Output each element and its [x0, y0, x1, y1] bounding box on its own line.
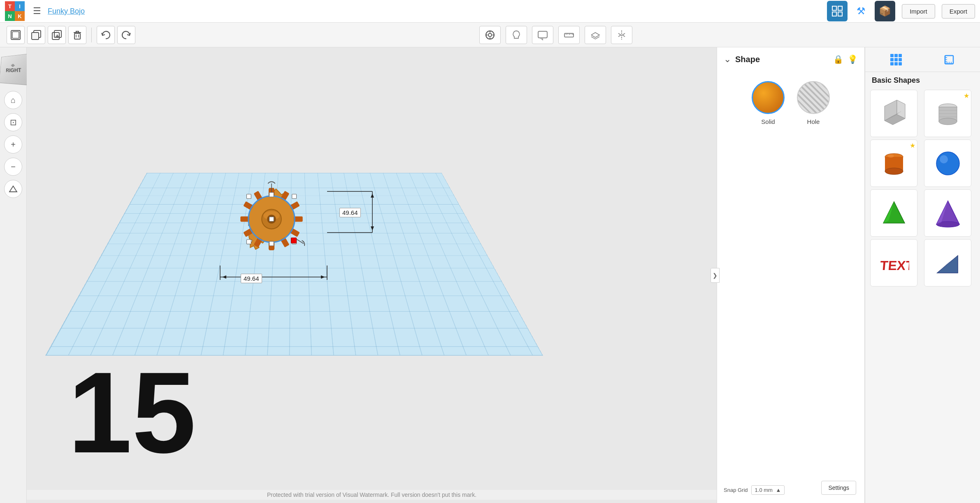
main-area: ⊞ RIGHT ⌂ ⊡ + −: [0, 47, 980, 503]
watermark-number: 15: [68, 355, 196, 470]
top-right-icons: ⚒ 📦: [827, 1, 895, 21]
shape-sphere[interactable]: [924, 140, 971, 187]
shape-cylinder-starred[interactable]: ★: [924, 90, 971, 137]
shapes-grid-view-btn[interactable]: [885, 49, 907, 70]
shape-box[interactable]: [870, 90, 917, 137]
project-title[interactable]: Funky Bojo: [48, 7, 85, 16]
left-navigation: ⊞ RIGHT ⌂ ⊡ + −: [0, 47, 27, 503]
shapes-top-icons: [865, 47, 980, 72]
svg-rect-7: [32, 33, 39, 40]
lightbulb-btn[interactable]: [506, 26, 527, 44]
svg-point-89: [939, 118, 957, 125]
svg-point-99: [940, 155, 948, 163]
svg-text:TEXT: TEXT: [880, 258, 909, 273]
fit-all-btn[interactable]: ⊡: [4, 113, 22, 131]
home-view-btn[interactable]: ⌂: [4, 91, 22, 109]
snap-grid-value-text: 1.0 mm: [755, 487, 773, 493]
view-cube[interactable]: ⊞ RIGHT: [0, 54, 31, 86]
svg-rect-56: [269, 192, 274, 197]
toolbar: [0, 23, 980, 47]
app-logo: T I N K: [5, 1, 25, 21]
hammer-btn[interactable]: ⚒: [851, 1, 871, 21]
svg-rect-3: [838, 12, 842, 16]
shapes-sidebar: Basic Shapes ★: [865, 47, 980, 503]
zoom-in-btn[interactable]: +: [4, 135, 22, 154]
shape-panel-title: Shape: [735, 55, 829, 64]
snap-grid-label: Snap Grid: [724, 487, 748, 493]
snap-up-icon[interactable]: ▲: [776, 487, 781, 493]
shape-type-options: Solid Hole: [724, 73, 858, 133]
settings-button[interactable]: Settings: [821, 481, 856, 495]
solid-circle: [752, 81, 785, 114]
logo-i: I: [15, 1, 25, 11]
ruler-btn[interactable]: [558, 26, 580, 44]
export-button[interactable]: Export: [942, 4, 975, 19]
new-button[interactable]: [7, 26, 25, 44]
svg-rect-2: [832, 12, 836, 16]
hole-option[interactable]: Hole: [797, 81, 830, 125]
svg-rect-54: [246, 240, 251, 244]
logo-n: N: [5, 11, 15, 21]
delete-button[interactable]: [68, 26, 86, 44]
svg-rect-57: [269, 241, 274, 246]
redo-button[interactable]: [117, 26, 135, 44]
svg-rect-1: [838, 6, 842, 10]
layers-btn[interactable]: [585, 26, 606, 44]
dimension-label-height: 49.64: [241, 274, 262, 283]
gear-object[interactable]: [220, 175, 323, 265]
svg-point-95: [885, 168, 903, 175]
topbar: T I N K ☰ Funky Bojo ⚒ 📦 Import Export: [0, 0, 980, 23]
lightbulb-icon[interactable]: 💡: [848, 54, 858, 64]
star-badge: ★: [964, 92, 969, 100]
canvas-area[interactable]: 49.64 49.64 15 Protected with trial vers…: [27, 47, 717, 503]
shapes-section-title: Basic Shapes: [865, 72, 980, 87]
shape-pyramid-green[interactable]: [870, 189, 917, 237]
shapes-grid: ★ ★: [865, 87, 980, 289]
menu-icon[interactable]: ☰: [33, 6, 41, 16]
mirror-btn[interactable]: [611, 26, 632, 44]
solid-option[interactable]: Solid: [752, 81, 785, 125]
toolbar-divider-1: [91, 28, 92, 42]
snap-grid-value[interactable]: 1.0 mm ▲: [751, 485, 785, 495]
package-btn[interactable]: 📦: [875, 1, 895, 21]
bottom-watermark-text: Protected with trial version of Visual W…: [27, 490, 717, 500]
svg-rect-5: [12, 32, 19, 38]
shape-panel-header: ⌄ Shape 🔒 💡: [724, 54, 858, 65]
expand-collapse-btn[interactable]: ⌄: [724, 54, 731, 65]
shapes-ruler-btn[interactable]: [938, 49, 960, 70]
svg-rect-22: [538, 31, 547, 38]
collapse-panel-btn[interactable]: ❯: [711, 268, 720, 283]
zoom-out-btn[interactable]: −: [4, 158, 22, 176]
perspective-btn[interactable]: [4, 180, 22, 198]
svg-rect-59: [269, 217, 274, 221]
camera-btn[interactable]: [479, 26, 501, 44]
grid-view-btn[interactable]: [827, 1, 848, 21]
svg-rect-52: [246, 194, 251, 199]
undo-button[interactable]: [97, 26, 115, 44]
svg-point-16: [488, 33, 492, 37]
lock-icon[interactable]: 🔒: [833, 54, 843, 64]
svg-point-96: [887, 154, 894, 158]
star-badge-2: ★: [910, 142, 915, 149]
solid-label: Solid: [761, 118, 775, 125]
shape-panel: ❯ ⌄ Shape 🔒 💡 Solid Hole Snap Grid 1.0 m…: [717, 47, 865, 503]
shape-wedge[interactable]: [924, 239, 971, 286]
logo-t: T: [5, 1, 15, 11]
duplicate-button[interactable]: [48, 26, 66, 44]
snap-grid-row: Snap Grid 1.0 mm ▲: [724, 485, 785, 495]
shape-text[interactable]: TEXT: [870, 239, 917, 286]
svg-rect-12: [74, 33, 80, 39]
copy-button[interactable]: [27, 26, 45, 44]
hole-label: Hole: [807, 118, 820, 125]
svg-rect-0: [832, 6, 836, 10]
comment-btn[interactable]: [532, 26, 553, 44]
dimension-label-width: 49.64: [339, 208, 361, 217]
logo-k: K: [15, 11, 25, 21]
shape-cone-purple[interactable]: [924, 189, 971, 237]
grid-icon: [890, 54, 902, 65]
import-button[interactable]: Import: [902, 4, 935, 19]
svg-rect-58: [291, 238, 297, 243]
shape-cylinder-orange[interactable]: ★: [870, 140, 917, 187]
svg-line-61: [297, 239, 304, 244]
hole-circle: [797, 81, 830, 114]
